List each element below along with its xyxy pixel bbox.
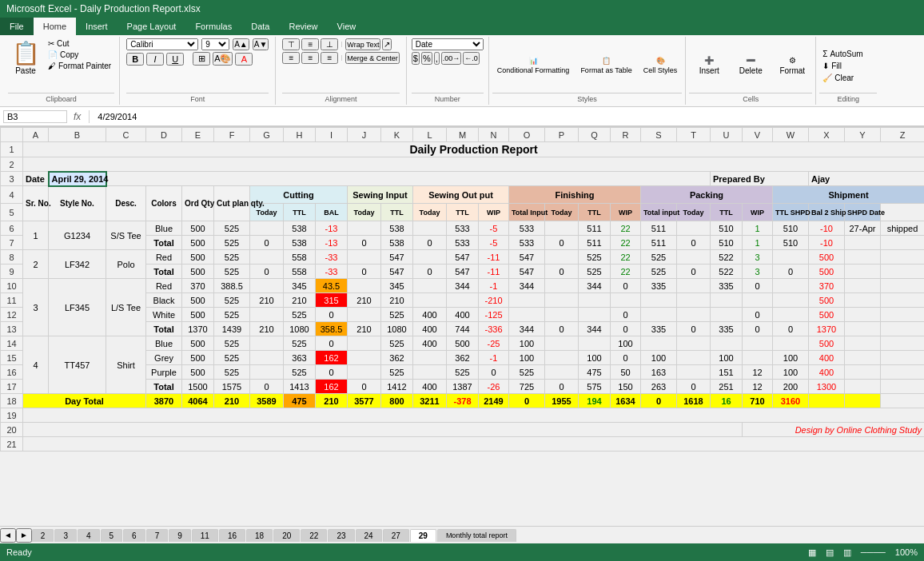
bold-button[interactable]: B <box>126 53 144 66</box>
col-m-header[interactable]: M <box>447 128 479 142</box>
align-left-button[interactable]: ≡ <box>282 52 300 64</box>
row-6-header[interactable]: 6 <box>1 221 23 236</box>
col-z-header[interactable]: Z <box>881 128 925 142</box>
align-middle-button[interactable]: ≡ <box>301 38 319 50</box>
cell-reference-box[interactable] <box>3 110 67 123</box>
tab-view[interactable]: View <box>328 18 366 35</box>
col-p-header[interactable]: P <box>545 128 579 142</box>
row-11-header[interactable]: 11 <box>1 293 23 308</box>
sheet-tab-7[interactable]: 7 <box>146 529 169 542</box>
col-g-header[interactable]: G <box>250 128 284 142</box>
sheet-tab-18[interactable]: 18 <box>246 529 273 542</box>
insert-button[interactable]: ➕ Insert <box>689 42 729 90</box>
format-table-button[interactable]: 📋 Format as Table <box>576 42 636 90</box>
col-q-header[interactable]: Q <box>579 128 611 142</box>
orientation-button[interactable]: ↗ <box>382 38 392 50</box>
page-break-view-button[interactable]: ▥ <box>843 547 851 549</box>
italic-button[interactable]: I <box>146 53 164 66</box>
cut-button[interactable]: ✂Cut <box>45 38 114 49</box>
row-18-header[interactable]: 18 <box>1 394 23 408</box>
row-3-header[interactable]: 3 <box>1 172 23 186</box>
sheet-tab-29[interactable]: 29 <box>410 529 436 542</box>
col-i-header[interactable]: I <box>316 128 348 142</box>
increase-font-button[interactable]: A▲ <box>233 38 249 50</box>
col-d-header[interactable]: D <box>146 128 182 142</box>
tab-data[interactable]: Data <box>241 18 279 35</box>
date-value[interactable]: April 29, 2014 <box>49 172 106 186</box>
sheet-tab-2[interactable]: 2 <box>32 529 54 542</box>
percent-button[interactable]: % <box>421 52 432 65</box>
row-10-header[interactable]: 10 <box>1 279 23 293</box>
font-color-button[interactable]: A <box>235 53 253 66</box>
sheet-tab-27[interactable]: 27 <box>383 529 409 542</box>
decrease-decimal-button[interactable]: .00→ <box>441 52 462 65</box>
sheet-tab-24[interactable]: 24 <box>356 529 382 542</box>
tab-review[interactable]: Review <box>279 18 327 35</box>
font-size-select[interactable]: 9 <box>201 38 229 50</box>
col-n-header[interactable]: N <box>479 128 509 142</box>
sheet-tab-monthly[interactable]: Monthly total report <box>437 529 516 542</box>
sheet-tab-3[interactable]: 3 <box>54 529 77 542</box>
col-e-header[interactable]: E <box>182 128 214 142</box>
col-u-header[interactable]: U <box>711 128 743 142</box>
format-painter-button[interactable]: 🖌Format Painter <box>45 61 114 71</box>
row-5-header[interactable]: 5 <box>1 204 23 221</box>
align-right-button[interactable]: ≡ <box>321 52 338 64</box>
row-15-header[interactable]: 15 <box>1 351 23 365</box>
row-20-header[interactable]: 20 <box>1 423 23 437</box>
sheet-tab-22[interactable]: 22 <box>301 529 327 542</box>
col-h-header[interactable]: H <box>284 128 316 142</box>
tab-page-layout[interactable]: Page Layout <box>117 18 186 35</box>
row-17-header[interactable]: 17 <box>1 380 23 394</box>
tab-file[interactable]: File <box>0 18 34 35</box>
cell-styles-button[interactable]: 🎨 Cell Styles <box>639 42 683 90</box>
col-j-header[interactable]: J <box>348 128 381 142</box>
tab-formulas[interactable]: Formulas <box>185 18 241 35</box>
row-19-header[interactable]: 19 <box>1 408 23 423</box>
clear-button[interactable]: 🧹Clear <box>819 73 877 83</box>
row-2-header[interactable]: 2 <box>1 157 23 172</box>
currency-button[interactable]: $ <box>412 52 420 65</box>
copy-button[interactable]: 📄Copy <box>45 50 114 60</box>
fill-color-button[interactable]: A🎨 <box>213 52 233 66</box>
col-o-header[interactable]: O <box>509 128 545 142</box>
row-21-header[interactable]: 21 <box>1 437 23 452</box>
fill-button[interactable]: ⬇Fill <box>819 61 877 71</box>
borders-button[interactable]: ⊞ <box>193 52 210 66</box>
format-button[interactable]: ⚙ Format <box>772 42 812 90</box>
col-f-header[interactable]: F <box>214 128 250 142</box>
sheet-tab-9[interactable]: 9 <box>169 529 191 542</box>
number-format-select[interactable]: Date <box>412 38 484 50</box>
row-8-header[interactable]: 8 <box>1 250 23 265</box>
col-l-header[interactable]: L <box>413 128 447 142</box>
col-s-header[interactable]: S <box>641 128 677 142</box>
col-y-header[interactable]: Y <box>845 128 881 142</box>
row-7-header[interactable]: 7 <box>1 236 23 250</box>
col-r-header[interactable]: R <box>611 128 641 142</box>
tab-insert[interactable]: Insert <box>76 18 117 35</box>
sheet-tab-16[interactable]: 16 <box>219 529 245 542</box>
col-c-header[interactable]: C <box>106 128 146 142</box>
row-14-header[interactable]: 14 <box>1 336 23 351</box>
auto-sum-button[interactable]: ΣAutoSum <box>819 49 877 59</box>
col-a-header[interactable]: A <box>23 128 49 142</box>
zoom-slider[interactable]: ──── <box>861 547 886 548</box>
sheet-tab-6[interactable]: 6 <box>123 529 145 542</box>
col-t-header[interactable]: T <box>677 128 711 142</box>
scroll-tabs-left[interactable]: ◄ <box>0 528 16 543</box>
col-x-header[interactable]: X <box>809 128 845 142</box>
row-9-header[interactable]: 9 <box>1 265 23 279</box>
align-top-button[interactable]: ⊤ <box>282 38 300 50</box>
conditional-formatting-button[interactable]: 📊 Conditional Formatting <box>492 42 575 90</box>
tab-home[interactable]: Home <box>34 18 76 35</box>
row-16-header[interactable]: 16 <box>1 365 23 380</box>
page-layout-view-button[interactable]: ▤ <box>826 547 834 549</box>
delete-button[interactable]: ➖ Delete <box>731 42 771 90</box>
merge-center-button[interactable]: Merge & Center <box>345 52 400 64</box>
col-v-header[interactable]: V <box>743 128 773 142</box>
decrease-font-button[interactable]: A▼ <box>253 38 269 50</box>
paste-button[interactable]: 📋 Paste <box>8 38 43 86</box>
sheet-tab-23[interactable]: 23 <box>328 529 354 542</box>
col-k-header[interactable]: K <box>381 128 413 142</box>
font-name-select[interactable]: Calibri <box>126 38 198 50</box>
